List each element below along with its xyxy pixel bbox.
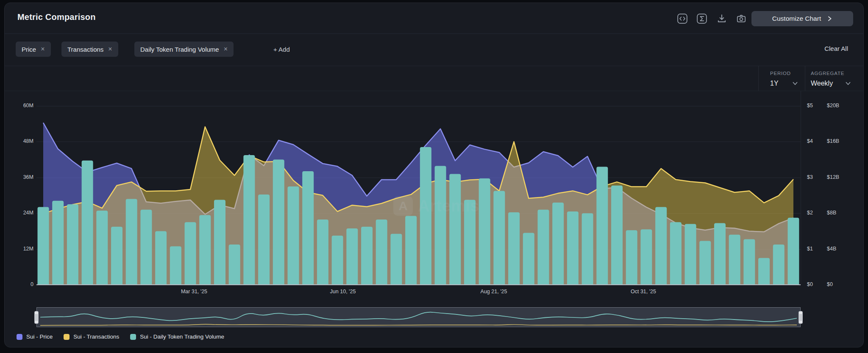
screenshot-icon[interactable]	[735, 12, 748, 25]
right-price-axis-tick: $5	[807, 103, 813, 108]
brush-transactions-line	[40, 324, 797, 325]
metric-chip-price[interactable]: Price ×	[16, 42, 51, 57]
left-axis-tick: 12M	[10, 246, 33, 252]
legend-item-volume[interactable]: Sui - Daily Token Trading Volume	[130, 334, 224, 340]
aggregate-value: Weekly	[811, 80, 833, 87]
formula-icon[interactable]	[696, 12, 708, 25]
controls-divider	[805, 66, 805, 91]
right-volume-axis-tick: $16B	[827, 138, 839, 144]
metric-chip-transactions[interactable]: Transactions ×	[61, 42, 118, 57]
volume-bar	[317, 220, 328, 285]
download-icon[interactable]	[715, 12, 728, 25]
volume-bar	[67, 204, 78, 285]
volume-bar	[493, 191, 505, 285]
volume-bar	[508, 212, 520, 285]
left-axis-tick: 0	[10, 281, 33, 287]
volume-bar	[714, 223, 726, 285]
volume-bar	[670, 222, 682, 285]
volume-bar	[626, 230, 637, 285]
volume-bar	[214, 200, 225, 285]
legend-label: Sui - Price	[26, 334, 53, 340]
volume-bar	[435, 166, 446, 285]
volume-bar	[258, 195, 270, 285]
transactions-swatch-icon	[64, 334, 70, 340]
legend-label: Sui - Daily Token Trading Volume	[140, 334, 224, 340]
volume-bar	[52, 201, 64, 285]
left-axis-tick: 24M	[10, 210, 33, 216]
range-brush-sparkline	[37, 308, 800, 327]
volume-bar	[655, 207, 667, 285]
brush-handle-left[interactable]	[34, 311, 39, 324]
comparison-chart[interactable]	[36, 100, 801, 285]
volume-bar	[523, 233, 534, 285]
embed-code-icon[interactable]	[676, 12, 689, 25]
volume-swatch-icon	[130, 334, 136, 340]
x-axis-tick: Aug 21, '25	[481, 289, 507, 295]
customize-chart-button[interactable]: Customize Chart	[751, 11, 853, 26]
x-axis-tick: Mar 31, '25	[181, 289, 207, 295]
volume-bar	[376, 220, 387, 285]
volume-bar	[729, 235, 740, 285]
volume-bar	[111, 227, 122, 285]
volume-bar	[126, 199, 137, 285]
right-price-axis-tick: $0	[807, 281, 813, 287]
controls-divider	[758, 66, 759, 91]
period-select[interactable]: 1Y	[770, 80, 798, 87]
clear-all-button[interactable]: Clear All	[822, 44, 851, 53]
page-title: Metric Comparison	[17, 12, 96, 22]
right-price-axis-tick: $2	[807, 210, 813, 216]
range-brush[interactable]	[36, 307, 801, 327]
right-volume-axis-tick: $0	[827, 281, 833, 287]
volume-bar	[464, 200, 476, 285]
volume-bar	[155, 231, 167, 285]
add-metric-button[interactable]: + Add	[271, 42, 292, 57]
chevron-right-icon	[827, 16, 832, 22]
volume-bar	[405, 216, 417, 285]
period-label: PERIOD	[770, 71, 791, 76]
volume-bar	[788, 218, 799, 285]
volume-bar	[773, 245, 785, 285]
customize-chart-label: Customize Chart	[772, 15, 821, 22]
volume-bar	[96, 211, 108, 285]
volume-bar	[273, 160, 284, 285]
right-price-axis-tick: $3	[807, 174, 813, 180]
volume-bar	[332, 236, 343, 285]
volume-bar	[288, 186, 299, 285]
remove-chip-icon[interactable]: ×	[224, 46, 228, 53]
volume-bar	[185, 222, 196, 285]
grip-icon	[800, 314, 801, 321]
remove-chip-icon[interactable]: ×	[41, 46, 45, 53]
grip-icon	[36, 314, 37, 321]
left-axis-tick: 60M	[10, 103, 33, 108]
volume-bar	[243, 155, 255, 285]
legend-item-price[interactable]: Sui - Price	[17, 334, 53, 340]
volume-bar	[346, 228, 358, 285]
volume-bar	[361, 227, 373, 285]
volume-bar	[582, 213, 593, 285]
metric-comparison-panel: Metric Comparison Customize Chart Price …	[4, 3, 864, 347]
brush-volume-line	[40, 312, 797, 322]
right-price-axis-tick: $4	[807, 138, 813, 144]
x-axis-tick: Jun 10, '25	[330, 289, 356, 295]
volume-bar	[302, 171, 314, 285]
right-volume-axis-tick: $4B	[827, 246, 836, 252]
filters-divider	[5, 66, 863, 66]
volume-bar	[538, 210, 549, 285]
right-volume-axis-tick: $8B	[827, 210, 836, 216]
volume-bar	[640, 229, 652, 285]
volume-bar	[758, 258, 770, 285]
brush-handle-right[interactable]	[798, 311, 803, 324]
metric-chip-volume[interactable]: Daily Token Trading Volume ×	[134, 42, 234, 57]
chip-label: Price	[22, 46, 36, 53]
right-volume-axis-tick: $20B	[827, 103, 839, 108]
volume-bar	[552, 203, 564, 285]
legend-item-transactions[interactable]: Sui - Transactions	[64, 334, 119, 340]
volume-bar	[699, 241, 711, 285]
plot-right-border	[801, 91, 801, 285]
volume-bar	[449, 174, 461, 285]
remove-chip-icon[interactable]: ×	[108, 46, 112, 53]
aggregate-select[interactable]: Weekly	[811, 80, 851, 87]
volume-bar	[229, 245, 240, 285]
volume-bar	[390, 234, 402, 285]
volume-bar	[567, 211, 579, 285]
